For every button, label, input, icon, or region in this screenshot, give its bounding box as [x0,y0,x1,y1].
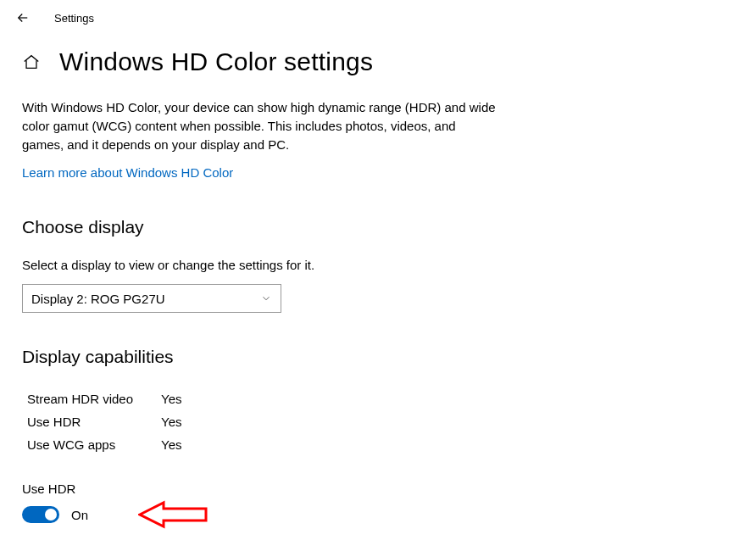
back-button[interactable] [15,10,31,25]
choose-display-heading: Choose display [22,217,734,237]
cap-value: Yes [161,415,181,429]
cap-label: Use WCG apps [22,437,161,452]
app-title: Settings [54,12,94,25]
cap-label: Stream HDR video [22,392,161,406]
choose-display-subtext: Select a display to view or change the s… [22,258,734,272]
table-row: Use HDR Yes [22,410,734,433]
display-dropdown-value: Display 2: ROG PG27U [31,292,165,306]
use-hdr-toggle[interactable] [22,506,59,523]
toggle-knob [45,509,57,521]
cap-label: Use HDR [22,415,161,429]
table-row: Stream HDR video Yes [22,387,734,410]
chevron-down-icon [260,292,272,304]
learn-more-link[interactable]: Learn more about Windows HD Color [22,165,233,180]
capabilities-table: Stream HDR video Yes Use HDR Yes Use WCG… [22,387,734,456]
display-dropdown[interactable]: Display 2: ROG PG27U [22,284,281,313]
cap-value: Yes [161,392,181,406]
use-hdr-state: On [71,508,88,522]
table-row: Use WCG apps Yes [22,433,734,456]
home-icon[interactable] [22,53,41,71]
capabilities-heading: Display capabilities [22,347,734,367]
annotation-arrow-icon [138,499,208,532]
page-title: Windows HD Color settings [59,47,373,76]
page-description: With Windows HD Color, your device can s… [22,98,497,153]
svg-marker-0 [140,503,206,526]
use-hdr-label: Use HDR [22,482,734,496]
cap-value: Yes [161,437,181,452]
